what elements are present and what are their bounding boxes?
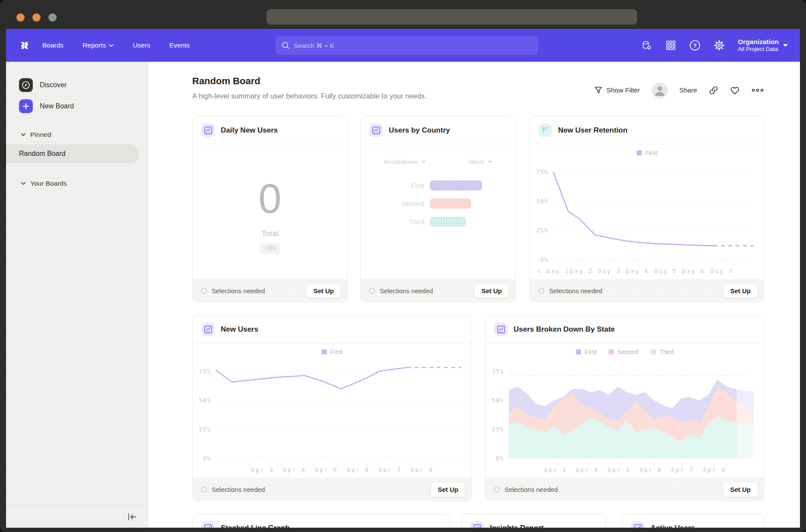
- more-ellipsis-icon[interactable]: [752, 89, 764, 92]
- card-stacked-line-graph: Stacked Line Graph: [192, 514, 450, 528]
- org-switcher[interactable]: Organization All Project Data: [738, 38, 788, 53]
- svg-text:Day 4: Day 4: [626, 268, 649, 275]
- sidebar-item-random-board[interactable]: Random Board: [6, 144, 139, 163]
- line-chart-icon: [201, 521, 215, 528]
- set-up-button[interactable]: Set Up: [723, 482, 758, 497]
- traffic-lights: [16, 13, 57, 22]
- status-label: Selections needed: [380, 287, 433, 294]
- set-up-button[interactable]: Set Up: [306, 283, 341, 298]
- nav-item-reports[interactable]: Reports: [83, 41, 114, 49]
- legend-swatch: [637, 150, 642, 155]
- chevron-down-icon: [109, 44, 114, 47]
- board-actions: Show Filter Share: [594, 82, 764, 99]
- nav-item-label: Reports: [83, 41, 106, 49]
- nav-item-label: Users: [133, 41, 150, 49]
- nav-item-label: Boards: [42, 41, 63, 49]
- legend-label: Third: [660, 348, 674, 355]
- card-header: Active Users: [622, 514, 764, 528]
- page-title: Random Board: [192, 76, 260, 87]
- navbar-right-actions: ? Organization All Project Data: [641, 29, 800, 62]
- discover-compass-icon: [19, 78, 33, 92]
- chevron-down-icon: [783, 44, 788, 47]
- close-window-icon[interactable]: [16, 13, 25, 22]
- chevron-down-icon: [21, 182, 26, 185]
- dropdown-label: Value: [467, 158, 484, 166]
- legend-item-third: Third: [651, 348, 674, 355]
- nav-item-boards[interactable]: Boards: [42, 41, 63, 49]
- search-input[interactable]: [294, 42, 532, 49]
- maximize-window-icon[interactable]: [48, 13, 57, 22]
- card-insights-report: Insights Report: [461, 514, 606, 528]
- sidebar-item-discover[interactable]: Discover: [19, 78, 67, 92]
- svg-text:50%: 50%: [492, 397, 504, 404]
- sidebar-section-pinned[interactable]: Pinned: [21, 131, 51, 139]
- show-filter-button[interactable]: Show Filter: [594, 86, 640, 94]
- chevron-down-icon: [488, 161, 492, 163]
- line-chart-icon: [201, 124, 215, 137]
- svg-text:25%: 25%: [536, 227, 548, 234]
- breakdown-dropdown[interactable]: Breakdown: [384, 158, 426, 166]
- sidebar-item-label: Random Board: [19, 150, 66, 158]
- svg-text:Apr 3: Apr 3: [544, 466, 567, 473]
- apps-grid-icon[interactable]: [665, 40, 676, 51]
- legend-swatch: [651, 349, 656, 355]
- mixpanel-logo-icon[interactable]: [18, 39, 31, 52]
- svg-text:0%: 0%: [203, 455, 211, 462]
- empty-circle-icon: [369, 288, 375, 294]
- address-bar[interactable]: [267, 9, 637, 25]
- card-footer: Selections needed Set Up: [361, 279, 515, 302]
- legend-label: First: [584, 348, 597, 355]
- sidebar-item-new-board[interactable]: New Board: [19, 99, 74, 113]
- legend-swatch: [609, 349, 614, 355]
- favorite-heart-icon[interactable]: [730, 86, 740, 95]
- share-label: Share: [679, 86, 697, 94]
- copy-link-icon[interactable]: [709, 86, 718, 95]
- filter-funnel-icon: [594, 86, 603, 94]
- settings-gear-icon[interactable]: [714, 40, 725, 51]
- board-main: Random Board A high-level summary of use…: [148, 62, 800, 528]
- card-body: First Second Third 75%50%25%0%Apr 3Apr 4…: [486, 343, 764, 478]
- minimize-window-icon[interactable]: [32, 13, 41, 22]
- svg-text:< Day 1: < Day 1: [537, 268, 569, 275]
- global-search[interactable]: [276, 36, 538, 55]
- section-label: Pinned: [30, 131, 51, 139]
- svg-text:Apr 4: Apr 4: [283, 466, 306, 473]
- legend-item-first: First: [322, 348, 343, 355]
- chart-legend: First Second Third: [486, 348, 764, 355]
- set-up-button[interactable]: Set Up: [430, 482, 466, 497]
- card-daily-new-users: Daily New Users 0 Total ↑0% Selections n…: [192, 116, 348, 302]
- bar-label: Second: [361, 200, 430, 208]
- value-dropdown[interactable]: Value: [467, 158, 492, 166]
- legend-item-second: Second: [609, 348, 638, 355]
- nav-menu: Boards Reports Users Events: [42, 41, 190, 49]
- chart-legend: First: [193, 348, 472, 355]
- bar-first: [430, 180, 482, 190]
- status-selections-needed: Selections needed: [201, 486, 265, 493]
- card-body: 0 Total ↑0%: [193, 144, 347, 279]
- sidebar-section-your-boards[interactable]: Your Boards: [21, 180, 67, 187]
- share-button[interactable]: Share: [679, 86, 697, 94]
- show-filter-label: Show Filter: [606, 86, 640, 94]
- avatar[interactable]: [652, 82, 668, 98]
- sidebar-footer-divider: [6, 505, 148, 506]
- card-users-broken-down-by-state: Users Broken Down By State First Second …: [485, 315, 765, 501]
- svg-text:Apr 5: Apr 5: [315, 466, 338, 473]
- svg-text:Apr 7: Apr 7: [379, 466, 402, 473]
- set-up-button[interactable]: Set Up: [723, 283, 758, 298]
- status-label: Selections needed: [212, 486, 265, 493]
- nav-item-users[interactable]: Users: [133, 41, 150, 49]
- card-header: Daily New Users: [193, 117, 347, 144]
- svg-text:0%: 0%: [540, 256, 548, 263]
- nav-item-label: Events: [169, 41, 190, 49]
- svg-text:Apr 3: Apr 3: [251, 466, 274, 473]
- nav-item-events[interactable]: Events: [169, 41, 190, 49]
- collapse-sidebar-icon[interactable]: [126, 511, 138, 523]
- help-icon[interactable]: ?: [689, 40, 701, 51]
- set-up-button[interactable]: Set Up: [474, 283, 509, 298]
- data-management-icon[interactable]: [641, 40, 652, 51]
- page-subtitle: A high-level summary of user behaviors. …: [192, 92, 427, 100]
- card-new-users: New Users First 75%50%25%0%Apr 3Apr 4Apr…: [192, 315, 472, 501]
- bar-row-third: Third: [361, 217, 466, 227]
- empty-circle-icon: [539, 288, 544, 294]
- legend-label: First: [330, 348, 343, 355]
